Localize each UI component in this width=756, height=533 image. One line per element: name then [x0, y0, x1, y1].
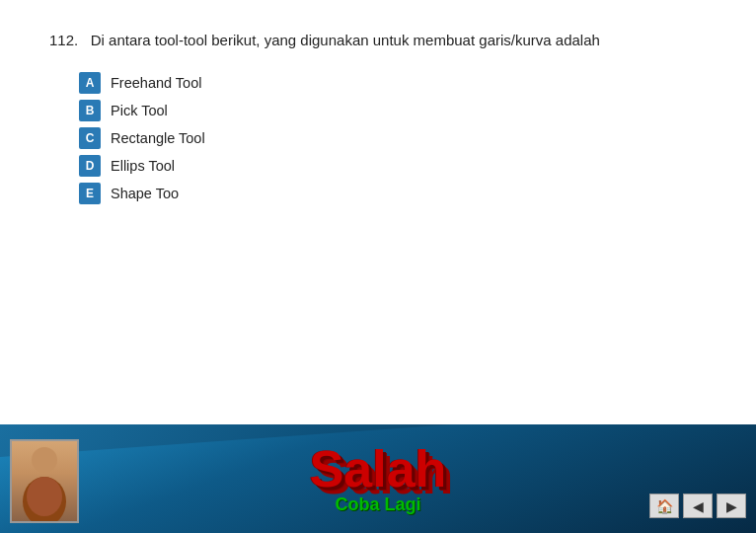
answer-label-c: Rectangle Tool: [111, 130, 205, 146]
answer-label-a: Freehand Tool: [111, 75, 201, 91]
question-number: 112.: [49, 32, 78, 48]
question-text: 112. Di antara tool-tool berikut, yang d…: [49, 30, 707, 52]
prev-button[interactable]: ◀: [683, 494, 713, 518]
answer-badge-d: D: [79, 155, 101, 177]
answer-label-b: Pick Tool: [111, 103, 168, 118]
answer-badge-e: E: [79, 183, 101, 204]
bottom-bar: Salah Coba Lagi 🏠 ◀ ▶: [0, 424, 756, 533]
svg-point-2: [27, 477, 62, 516]
answer-badge-c: C: [79, 127, 101, 149]
answer-badge-b: B: [79, 100, 101, 121]
nav-buttons: 🏠 ◀ ▶: [649, 494, 746, 518]
avatar: [10, 439, 79, 523]
answer-list: AFreehand ToolBPick ToolCRectangle ToolD…: [79, 72, 707, 204]
question-body: Di antara tool-tool berikut, yang diguna…: [91, 32, 600, 48]
answer-item-d[interactable]: DEllips Tool: [79, 155, 707, 177]
answer-item-c[interactable]: CRectangle Tool: [79, 127, 707, 149]
next-button[interactable]: ▶: [717, 494, 746, 518]
answer-badge-a: A: [79, 72, 101, 94]
result-container: Salah Coba Lagi: [310, 443, 447, 515]
result-main-text: Salah: [310, 443, 447, 495]
answer-label-e: Shape Too: [111, 186, 179, 201]
svg-point-0: [32, 447, 57, 473]
result-sub-text: Coba Lagi: [335, 495, 420, 515]
answer-item-b[interactable]: BPick Tool: [79, 100, 707, 121]
answer-item-e[interactable]: EShape Too: [79, 183, 707, 204]
avatar-image: [12, 441, 77, 521]
answer-item-a[interactable]: AFreehand Tool: [79, 72, 707, 94]
answer-label-d: Ellips Tool: [111, 158, 175, 174]
main-content: 112. Di antara tool-tool berikut, yang d…: [0, 0, 756, 224]
home-button[interactable]: 🏠: [649, 494, 679, 518]
